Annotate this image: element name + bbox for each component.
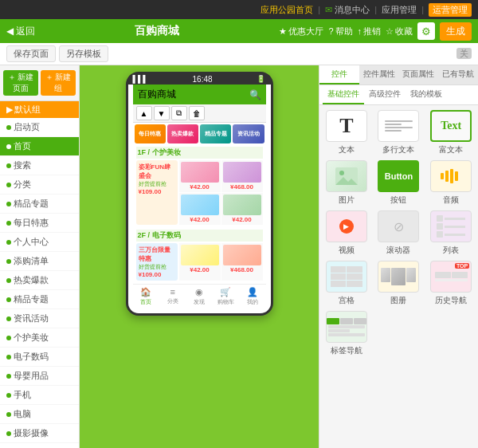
sidebar-item-hot[interactable]: 热卖爆款 [0,271,79,290]
panel-tab-page-props[interactable]: 页面属性 [399,65,439,84]
app-manage-link[interactable]: 应用管理 [382,4,417,16]
tab-hot[interactable]: 热卖爆款 [167,124,198,143]
comp-slider[interactable]: ⊘ 滚动器 [375,210,423,256]
sidebar-item-daily[interactable]: 每日特惠 [0,214,79,233]
save-page-button[interactable]: 保存页面 [6,45,56,62]
comp-audio[interactable]: 音频 [427,160,475,206]
promote-icon: ↑ [358,26,362,36]
comp-tab-mytemplate[interactable]: 我的模板 [406,85,447,104]
phone-topbar: 百购商城 🔍 [133,84,266,104]
comp-list[interactable]: 列表 [427,210,475,256]
tabs-component-icon [326,311,367,343]
comp-text[interactable]: T 文本 [323,110,370,155]
page-dot-icon2 [6,144,11,149]
delete-button[interactable]: 🗑 [189,106,205,120]
richtext-component-icon: Text [430,110,472,142]
help-link[interactable]: ? 帮助 [328,26,352,37]
sidebar-item-wishlist[interactable]: 添购清单 [0,252,79,271]
sidebar-item-category[interactable]: 分类 [0,175,79,195]
sidebar-item-mobile[interactable]: 手机 [0,386,79,405]
sidebar-item-premium[interactable]: 精品专题 [0,290,79,309]
phone-search-icon: 🔍 [249,89,261,100]
phone-tabs-banner: 每日特惠 热卖爆款 精品专题 资讯活动 [135,124,264,143]
top-badge: TOP [455,263,469,269]
app-center-link[interactable]: 应用公园首页 [261,4,313,16]
sidebar-item-digital[interactable]: 电子数码 [0,348,79,367]
comp-image[interactable]: 图片 [323,160,370,206]
panel-tab-components[interactable]: 控件 [319,65,359,84]
sidebar-item-launchpage[interactable]: 启动页 [0,118,79,137]
back-arrow-icon: ◀ [6,26,14,37]
generate-button[interactable]: 生成 [440,22,472,41]
panel-tab-nav[interactable]: 已有导航 [438,65,478,84]
category-icon: ≡ [170,287,174,297]
page-dot-icon16 [6,412,11,417]
sidebar-item-babycare[interactable]: 母婴用品 [0,367,79,386]
text-component-icon: T [326,110,367,142]
move-down-button[interactable]: ▼ [154,106,170,120]
footer-cart[interactable]: 🛒 购物车 [213,287,239,306]
comp-richtext[interactable]: Text 富文本 [427,110,475,155]
promo-title1: 姿彩FUN肆盛会 [139,163,175,180]
operate-link[interactable]: 运营管理 [429,3,472,17]
footer-home[interactable]: 🏠 首页 [133,287,159,306]
product-item-1: ¥42.00 [179,160,221,192]
settings-button[interactable]: ⚙ [417,22,435,40]
promo-price2: ¥109.00 [139,271,175,278]
page-dot-icon9 [6,278,11,283]
panel-tab-props[interactable]: 控件属性 [359,65,399,84]
tab-featured[interactable]: 精品专题 [200,124,231,143]
product-item-2: ¥468.00 [221,160,263,192]
back-button[interactable]: ◀ 返回 [6,25,35,38]
home-icon: 🏠 [140,287,151,297]
collection-link[interactable]: ☆ 收藏 [386,26,413,37]
msg-center-link[interactable]: ✉ 消息中心 [325,4,370,16]
sidebar-item-featured[interactable]: 精品专题 [0,195,79,214]
sidebar-item-computer[interactable]: 电脑 [0,405,79,424]
comp-tabs-nav[interactable]: 标签导航 [323,311,370,356]
move-up-button[interactable]: ▲ [136,106,152,120]
tab-news[interactable]: 资讯活动 [233,124,264,143]
plus-icon: ＋ [8,73,16,81]
product-item-4: ¥42.00 [221,193,263,225]
discover-icon: ◉ [195,287,203,297]
tab-daily[interactable]: 每日特惠 [135,124,166,143]
sidebar-item-search[interactable]: 搜索 [0,156,79,175]
sidebar-item-home[interactable]: 首页 [0,137,79,156]
close-toggle[interactable]: 关 [456,48,472,60]
sidebar-item-photography[interactable]: 摄影摄像 [0,424,79,443]
sidebar-item-personal[interactable]: 个人中心 [0,233,79,252]
comp-multiline[interactable]: 多行文本 [375,110,423,155]
comp-history-nav[interactable]: TOP 历史导航 [427,261,475,306]
save-template-button[interactable]: 另存模板 [59,45,108,62]
gear-icon: ⚙ [421,26,431,37]
signal-icon: ▌▌▌ [133,75,148,84]
multiline-component-icon [378,110,419,142]
sidebar-item-news[interactable]: 资讯活动 [0,309,79,328]
footer-discover[interactable]: ◉ 发现 [186,287,212,306]
svg-rect-5 [450,169,453,183]
edit-toolbar: ▲ ▼ ⧉ 🗑 [133,104,266,123]
footer-category[interactable]: ≡ 分类 [159,287,186,306]
comp-gallery[interactable]: 图册 [375,261,423,306]
sidebar: ＋ 新建页面 ＋ 新建组 ▶ 默认组 启动页 首页 搜索 分类 [0,65,80,448]
comp-tab-basic[interactable]: 基础控件 [323,85,364,104]
copy-button[interactable]: ⧉ [171,106,187,120]
footer-mine[interactable]: 👤 我的 [239,287,265,306]
promo-sub1: 好货提前抢 [139,180,175,188]
sidebar-default-group[interactable]: ▶ 默认组 [0,101,79,118]
page-dot-icon5 [6,202,11,206]
page-dot-icon11 [6,316,11,321]
canvas-area: ▌▌▌ 16:48 🔋 百购商城 🔍 ▲ ▼ ⧉ 🗑 每日特惠 [80,65,319,448]
promote-link[interactable]: ↑ 推销 [358,26,382,37]
comp-video[interactable]: ▶ 视频 [323,210,370,256]
comp-grid[interactable]: 宫格 [323,261,370,306]
sidebar-item-beauty[interactable]: 个护美妆 [0,328,79,348]
store-hall-link[interactable]: ★ 优惠大厅 [279,26,323,37]
comp-button[interactable]: Button 按钮 [375,160,423,206]
button-component-icon: Button [378,160,419,192]
comp-tab-advanced[interactable]: 高级控件 [364,85,406,104]
add-group-button[interactable]: ＋ 新建组 [41,70,76,96]
svg-rect-6 [455,171,458,181]
add-page-button[interactable]: ＋ 新建页面 [3,70,38,96]
